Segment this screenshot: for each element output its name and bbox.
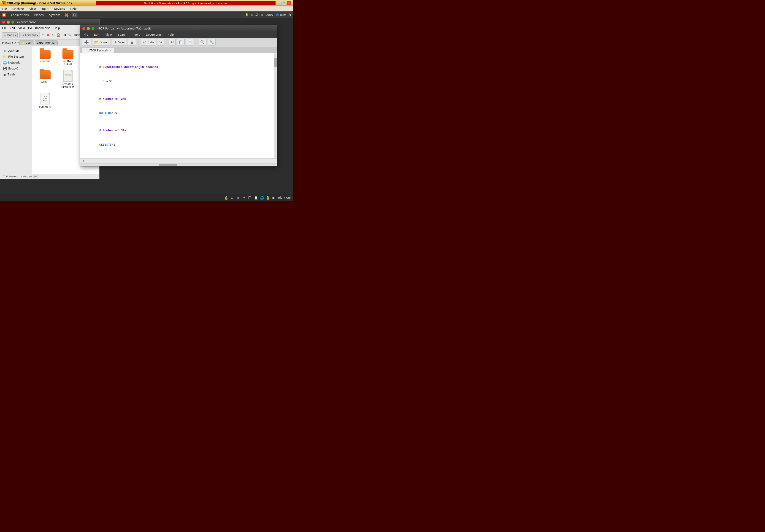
vbox-icon: 🖥 <box>2 1 5 5</box>
gedit-redo-button[interactable]: ↪ <box>157 39 164 46</box>
breadcrumb-left-arrow[interactable]: ◂ <box>17 41 19 44</box>
taskbar-icon-6[interactable]: 📋 <box>253 195 258 200</box>
ubuntu-applications-menu[interactable]: Applications <box>9 13 30 17</box>
code-comment-duration: # Experimence duration(in seconds) <box>85 60 272 74</box>
gedit-paste-button[interactable]: 📄 <box>186 39 194 46</box>
taskbar-icon-1[interactable]: 🔒 <box>224 195 229 200</box>
summary-label: summary <box>39 106 51 109</box>
reload-button[interactable]: ↻ <box>51 33 54 37</box>
zoom-out-button[interactable]: 🔍 <box>68 34 72 37</box>
gedit-menu-file[interactable]: File <box>82 33 90 37</box>
gedit-copy-button[interactable]: 📋 <box>177 39 185 46</box>
taskbar-icon-5[interactable]: 🗔 <box>247 195 253 200</box>
sidebar-item-filesystem[interactable]: 📁 File System <box>0 54 32 60</box>
fm-close-button[interactable] <box>2 21 5 24</box>
user-indicator[interactable]: 🔵 user <box>276 13 286 16</box>
places-close-icon[interactable]: ✕ <box>14 41 16 44</box>
taskbar-icon-8[interactable]: 🔒 <box>265 195 270 200</box>
breadcrumb-user[interactable]: 📁 user <box>19 41 34 45</box>
vbox-menu-machine[interactable]: Machine <box>11 7 25 11</box>
battery-indicator: 🔋 <box>245 13 249 16</box>
gedit-print-button[interactable]: 🖨 <box>128 39 136 46</box>
sidebar-item-floppy[interactable]: 💾 floppy0 <box>0 66 32 72</box>
gedit-horizontal-scrollbar[interactable] <box>80 163 277 166</box>
gedit-scrollbar-thumb[interactable] <box>274 58 277 67</box>
fm-back-button[interactable]: ← Back ▾ <box>2 33 18 38</box>
tab-close-button[interactable]: ✕ <box>110 49 112 52</box>
taskbar-icon-7[interactable]: 🌐 <box>259 195 264 200</box>
vbox-close-button[interactable]: ✕ <box>287 1 291 5</box>
sidebar-item-network[interactable]: 🌐 Network <box>0 60 32 66</box>
gedit-maximize-button[interactable] <box>91 27 95 30</box>
gedit-cut-button[interactable]: ✂ <box>169 39 175 46</box>
sidebar-item-desktop[interactable]: 🖥 Desktop <box>0 48 32 54</box>
vbox-menu-input[interactable]: Input <box>40 7 50 11</box>
gedit-undo-button[interactable]: ↩ Undo <box>141 39 156 46</box>
taskbar-icon-2[interactable]: ⊙ <box>230 195 235 200</box>
gedit-menu-help[interactable]: Help <box>166 33 175 37</box>
gedit-close-button[interactable] <box>82 27 85 30</box>
home-icon[interactable]: 🏠 <box>56 33 61 37</box>
vbox-minimize-button[interactable]: _ <box>277 1 281 5</box>
terminal-icon[interactable]: ⊡ <box>72 13 77 17</box>
stop-button[interactable]: ✕ <box>46 33 49 37</box>
vbox-warning: Draft title - Please above - About 15 da… <box>96 1 276 5</box>
gedit-vertical-scrollbar[interactable] <box>274 53 277 158</box>
file-item-summary[interactable]: 10 5startstop: summary <box>36 93 54 109</box>
dynamic-circuits-icon: #!/bin/bash... <box>63 70 73 82</box>
fm-statusbar: "TOR Perfo.sh" selected (307 <box>0 174 99 179</box>
gedit-menu-search[interactable]: Search <box>117 33 129 37</box>
code-clients: CLIENTS=2 <box>85 138 272 152</box>
firefox-icon[interactable]: 🦊 <box>64 13 69 17</box>
fm-menu-view[interactable]: View <box>18 27 25 30</box>
taskbar-icon-4[interactable]: ✏ <box>242 195 247 200</box>
fm-minimize-button[interactable] <box>7 21 10 24</box>
gedit-minimize-button[interactable] <box>87 27 90 30</box>
torperf-label: torperf <box>41 80 49 83</box>
ubuntu-places-menu[interactable]: Places <box>33 13 45 17</box>
gedit-new-button[interactable]: ➕ <box>82 39 91 46</box>
go-up-button[interactable]: ↑ <box>42 33 45 37</box>
fm-forward-button[interactable]: → Forward ▾ <box>19 32 40 38</box>
gedit-hscroll-thumb[interactable] <box>159 164 177 166</box>
gedit-save-button[interactable]: ⬇ Save <box>112 39 127 46</box>
vbox-menubar: File Machine View Input Devices Help <box>0 6 293 11</box>
fm-menu-go[interactable]: Go <box>28 27 32 30</box>
file-item-torperf[interactable]: torperf <box>36 70 54 89</box>
power-button[interactable]: ⏻ <box>288 13 291 16</box>
gedit-open-button[interactable]: 📂 Open ▾ <box>92 39 111 46</box>
fm-menu-help[interactable]: Help <box>54 27 60 30</box>
fm-menu-bookmarks[interactable]: Bookmarks <box>35 27 50 30</box>
file-item-analysis[interactable]: analysis <box>36 50 54 66</box>
fm-menu-file[interactable]: File <box>2 27 7 30</box>
gedit-menu-documents[interactable]: Documents <box>145 33 163 37</box>
taskbar-icon-3[interactable]: 🖥 <box>236 195 241 200</box>
gedit-menu-view[interactable]: View <box>104 33 113 37</box>
fm-maximize-button[interactable] <box>11 21 14 24</box>
computer-icon[interactable]: 🖥 <box>63 33 66 37</box>
gedit-menu-tools[interactable]: Tools <box>132 33 141 37</box>
new-document-icon: ➕ <box>84 40 89 44</box>
ubuntu-system-menu[interactable]: System <box>48 13 62 17</box>
gedit-tab-tor-perfo[interactable]: 📄 *TOR Perfo.sh ✕ <box>82 48 114 53</box>
vbox-menu-help[interactable]: Help <box>69 7 78 11</box>
right-ctrl-label: Right Ctrl <box>278 196 291 199</box>
gedit-find-replace-button[interactable]: 🔧 <box>208 39 216 46</box>
gedit-menu-edit[interactable]: Edit <box>93 33 101 37</box>
volume-indicator: 🔊 <box>255 13 259 16</box>
lighttpd-label: lighttpd-1.4.28 <box>59 60 77 66</box>
file-item-dynamic-circuits[interactable]: #!/bin/bash... Dynamic Circuits.sh <box>59 70 77 89</box>
sidebar-item-trash[interactable]: 🗑 Trash <box>0 72 32 78</box>
taskbar-icon-9[interactable]: ▶ <box>271 195 276 200</box>
vbox-maximize-button[interactable]: □ <box>282 1 286 5</box>
gedit-editor[interactable]: # Experimence duration(in seconds) TIME=… <box>80 53 277 158</box>
vbox-menu-file[interactable]: File <box>1 7 8 11</box>
file-item-lighttpd[interactable]: lighttpd-1.4.28 <box>59 50 77 66</box>
vbox-menu-view[interactable]: View <box>28 7 37 11</box>
breadcrumb-experimentor[interactable]: experimenTor <box>35 41 58 45</box>
ubuntu-panel-right: 🔋 ◇ 🔊 ✉ 00:07 🔵 user ⏻ <box>245 13 291 16</box>
vbox-menu-devices[interactable]: Devices <box>53 7 66 11</box>
gedit-find-button[interactable]: 🔍 <box>199 39 207 46</box>
fm-menu-edit[interactable]: Edit <box>10 27 15 30</box>
forward-dropdown-icon: ▾ <box>37 34 38 36</box>
